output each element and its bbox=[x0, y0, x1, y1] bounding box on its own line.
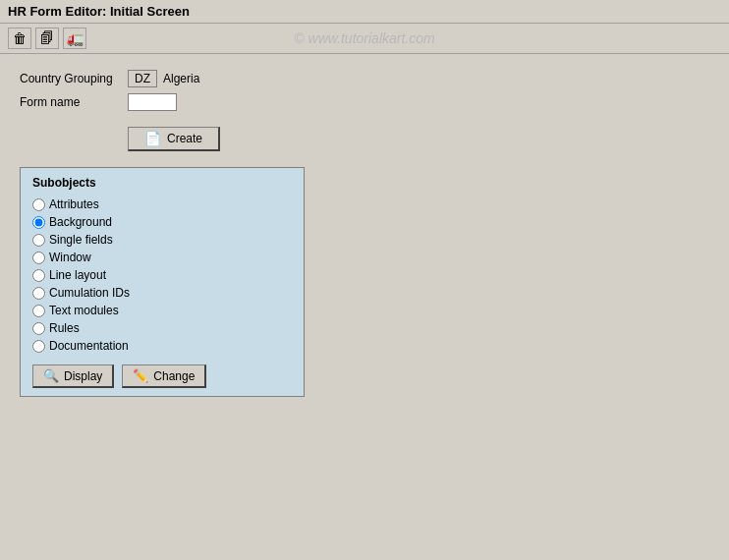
form-name-input[interactable] bbox=[128, 93, 177, 111]
subobjects-title: Subobjects bbox=[32, 176, 292, 190]
form-name-row: Form name bbox=[20, 93, 709, 111]
radio-cumulation-ids-input[interactable] bbox=[32, 287, 45, 300]
delete-button[interactable]: 🗑 bbox=[8, 28, 31, 49]
radio-documentation[interactable]: Documentation bbox=[32, 339, 292, 353]
radio-line-layout-input[interactable] bbox=[32, 269, 45, 282]
radio-window[interactable]: Window bbox=[32, 251, 292, 264]
radio-line-layout-label: Line layout bbox=[49, 268, 106, 282]
title-bar: HR Form Editor: Initial Screen bbox=[0, 0, 729, 24]
form-section: Country Grouping DZ Algeria Form name bbox=[20, 70, 709, 111]
change-icon: ✏️ bbox=[133, 368, 148, 383]
radio-single-fields[interactable]: Single fields bbox=[32, 233, 292, 247]
country-grouping-row: Country Grouping DZ Algeria bbox=[20, 70, 709, 87]
display-button-label: Display bbox=[64, 369, 102, 383]
form-name-label: Form name bbox=[20, 95, 128, 109]
copy-button[interactable]: 🗐 bbox=[35, 28, 59, 49]
change-button-label: Change bbox=[153, 369, 195, 383]
radio-single-fields-input[interactable] bbox=[32, 234, 45, 247]
create-icon: 📄 bbox=[144, 131, 161, 146]
radio-rules-input[interactable] bbox=[32, 322, 45, 335]
change-button[interactable]: ✏️ Change bbox=[122, 364, 206, 388]
display-button[interactable]: 🔍 Display bbox=[32, 364, 114, 388]
main-window: HR Form Editor: Initial Screen 🗑 🗐 🚛 © w… bbox=[0, 0, 729, 560]
radio-single-fields-label: Single fields bbox=[49, 233, 113, 247]
radio-line-layout[interactable]: Line layout bbox=[32, 268, 292, 282]
move-button[interactable]: 🚛 bbox=[63, 28, 86, 49]
display-icon: 🔍 bbox=[43, 368, 59, 383]
radio-cumulation-ids[interactable]: Cumulation IDs bbox=[32, 286, 292, 300]
radio-attributes[interactable]: Attributes bbox=[32, 197, 292, 211]
radio-attributes-input[interactable] bbox=[32, 198, 45, 211]
country-code-value: DZ bbox=[128, 70, 157, 87]
toolbar: 🗑 🗐 🚛 © www.tutorialkart.com bbox=[0, 24, 729, 54]
radio-documentation-label: Documentation bbox=[49, 339, 129, 353]
subobjects-radio-group: Attributes Background Single fields Wind… bbox=[32, 197, 292, 353]
radio-text-modules-input[interactable] bbox=[32, 305, 45, 317]
radio-background-input[interactable] bbox=[32, 216, 45, 229]
radio-documentation-input[interactable] bbox=[32, 340, 45, 353]
create-section: 📄 Create bbox=[128, 127, 709, 151]
create-button[interactable]: 📄 Create bbox=[128, 127, 220, 151]
radio-rules-label: Rules bbox=[49, 321, 80, 335]
radio-attributes-label: Attributes bbox=[49, 197, 99, 211]
radio-text-modules-label: Text modules bbox=[49, 304, 119, 317]
watermark: © www.tutorialkart.com bbox=[294, 30, 434, 46]
country-grouping-label: Country Grouping bbox=[20, 72, 128, 85]
radio-background[interactable]: Background bbox=[32, 215, 292, 229]
create-button-label: Create bbox=[167, 132, 202, 145]
radio-cumulation-ids-label: Cumulation IDs bbox=[49, 286, 130, 300]
content-area: Country Grouping DZ Algeria Form name 📄 … bbox=[0, 54, 729, 560]
action-buttons: 🔍 Display ✏️ Change bbox=[32, 364, 292, 388]
radio-background-label: Background bbox=[49, 215, 112, 229]
radio-window-input[interactable] bbox=[32, 252, 45, 264]
subobjects-panel: Subobjects Attributes Background Single … bbox=[20, 167, 305, 397]
radio-rules[interactable]: Rules bbox=[32, 321, 292, 335]
window-title: HR Form Editor: Initial Screen bbox=[8, 4, 190, 19]
country-name-value: Algeria bbox=[163, 72, 199, 85]
radio-window-label: Window bbox=[49, 251, 91, 264]
radio-text-modules[interactable]: Text modules bbox=[32, 304, 292, 317]
